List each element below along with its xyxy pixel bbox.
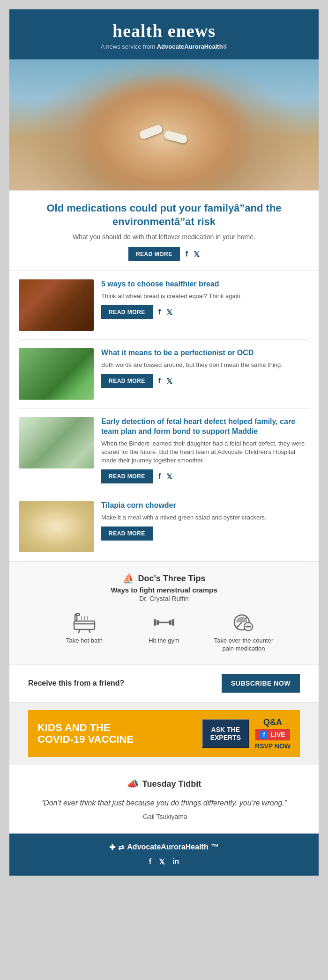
covid-banner: KIDS AND THE COVID-19 VACCINE ASK THEEXP… [28,710,300,757]
bread-image [19,279,94,331]
live-label: LIVE [270,731,285,739]
article-content: 5 ways to choose healthier bread Think a… [101,279,309,319]
docs-tips-author: Dr. Crystal Ruffin [19,595,309,602]
ask-experts-button[interactable]: ASK THEEXPERTS [202,719,249,748]
article-item: Tilapia corn chowder Make it a meal with… [19,492,309,561]
footer-twitter-link[interactable]: 𝕏 [159,857,165,866]
article-item: Early detection of fetal heart defect he… [19,409,309,492]
article-actions: READ MORE f 𝕏 [101,305,309,319]
tidbit-quote: “Don’t ever think that just because you … [37,797,291,809]
tidbit-title: Tuesday Tidbit [142,779,201,789]
article-list: 5 ways to choose healthier bread Think a… [9,271,319,561]
article-actions: READ MORE f 𝕏 [101,374,309,388]
docs-tips-header: ⛵ Doc's Three Tips [19,573,309,584]
tip-item-gym: Hit the gym [134,612,194,645]
email-header: health enews A news service from Advocat… [9,9,319,59]
docs-tips-title: Doc's Three Tips [138,574,206,584]
footer-logo: ✚ ⇄ AdvocateAuroraHealth™ [19,843,309,852]
svg-rect-10 [169,620,171,625]
lifesaver-icon: ⛵ [123,573,134,584]
article-thumbnail [19,501,94,552]
covid-title-line2: COVID-19 VACCINE [37,734,196,745]
tidbit-header: 📣 Tuesday Tidbit [37,778,291,790]
qa-section: Q&A f LIVE RSVP NOW [255,717,291,750]
bath-icon [72,612,97,633]
featured-read-more[interactable]: READ MORE [128,247,180,261]
article-twitter-link[interactable]: 𝕏 [166,377,172,386]
article-twitter-link[interactable]: 𝕏 [166,472,172,481]
article-read-more[interactable]: READ MORE [101,527,153,541]
featured-description: What you should do with that leftover me… [28,233,300,241]
gym-icon [152,612,176,633]
footer-linkedin-link[interactable]: in [172,857,179,866]
covid-banner-wrapper: KIDS AND THE COVID-19 VACCINE ASK THEEXP… [9,702,319,765]
article-content: Tilapia corn chowder Make it a meal with… [101,501,309,541]
site-title: health enews [19,21,309,41]
featured-facebook-link[interactable]: f [186,250,188,258]
svg-rect-9 [172,619,174,626]
tip-gym-label: Hit the gym [149,637,179,645]
article-content: Early detection of fetal heart defect he… [101,417,309,483]
article-twitter-link[interactable]: 𝕏 [166,308,172,317]
article-facebook-link[interactable]: f [158,377,161,385]
featured-article: Old medications could put your familyâ”a… [9,190,319,271]
tips-grid: Take hot bath Hit the gym [19,612,309,653]
subscribe-button[interactable]: SUBSCRIBE NOW [222,674,300,693]
article-description: Both words are tossed around, but they d… [101,361,309,369]
footer-cross-icon: ✚ [109,843,115,852]
article-title: Tilapia corn chowder [101,501,309,511]
featured-actions: READ MORE f 𝕏 [28,247,300,261]
pill-1 [139,124,164,140]
site-subtitle: A news service from AdvocateAuroraHealth… [19,43,309,50]
article-facebook-link[interactable]: f [158,472,161,481]
chowder-image [19,501,94,552]
live-badge: f LIVE [255,729,290,740]
tip-bath-label: Take hot bath [66,637,103,645]
ocd-image [19,348,94,400]
subscribe-text: Receive this from a friend? [28,679,124,687]
megaphone-icon: 📣 [127,778,139,790]
docs-tips-section: ⛵ Doc's Three Tips Ways to fight menstru… [9,561,319,665]
pills-icon [231,612,256,633]
article-thumbnail [19,348,94,400]
docs-tips-topic: Ways to fight menstrual cramps [19,586,309,594]
article-facebook-link[interactable]: f [158,308,161,316]
article-actions: READ MORE [101,527,309,541]
article-item: What it means to be a perfectionist or O… [19,340,309,409]
heart-image [19,417,94,468]
tip-pills-label: Take over-the-counter pain medication [213,637,274,653]
hero-image [9,59,319,190]
article-description: When the Binders learned their daughter … [101,439,309,465]
footer-social-links: f 𝕏 in [19,857,309,866]
article-actions: READ MORE f 𝕏 [101,469,309,483]
subscribe-bar: Receive this from a friend? SUBSCRIBE NO… [9,665,319,702]
tip-item-pills: Take over-the-counter pain medication [213,612,274,653]
footer-facebook-link[interactable]: f [149,857,151,866]
svg-rect-7 [154,619,156,626]
qa-label: Q&A [263,717,282,727]
article-content: What it means to be a perfectionist or O… [101,348,309,388]
featured-twitter-link[interactable]: 𝕏 [194,250,200,259]
rsvp-label: RSVP NOW [255,742,291,750]
article-thumbnail [19,279,94,331]
covid-title: KIDS AND THE COVID-19 VACCINE [37,722,196,745]
article-read-more[interactable]: READ MORE [101,469,153,483]
email-footer: ✚ ⇄ AdvocateAuroraHealth™ f 𝕏 in [9,834,319,876]
footer-arrows-icon: ⇄ [118,843,124,852]
featured-headline: Old medications could put your familyâ”a… [28,202,300,228]
article-description: Think all wheat bread is created equal? … [101,292,309,300]
article-title: What it means to be a perfectionist or O… [101,348,309,358]
tip-item-bath: Take hot bath [54,612,115,645]
article-item: 5 ways to choose healthier bread Think a… [19,271,309,340]
footer-logo-text: AdvocateAuroraHealth [127,843,208,851]
covid-title-line1: KIDS AND THE [37,722,196,733]
svg-rect-8 [157,620,159,625]
facebook-icon: f [260,731,268,739]
tidbit-author: -Gail Tsukiyama [37,813,291,820]
svg-rect-0 [74,621,95,629]
article-title: Early detection of fetal heart defect he… [101,417,309,437]
article-read-more[interactable]: READ MORE [101,305,153,319]
article-description: Make it a meal with a mixed green salad … [101,513,309,522]
tidbit-section: 📣 Tuesday Tidbit “Don’t ever think that … [9,765,319,834]
article-read-more[interactable]: READ MORE [101,374,153,388]
